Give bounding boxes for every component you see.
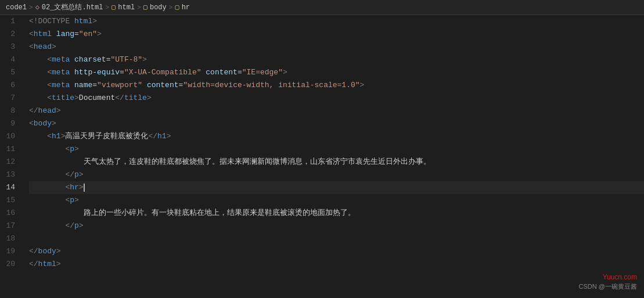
code-line-16: 路上的一些小碎片。有一块鞋底粘在地上，结果原来是鞋底被滚烫的地面加热了。 [29, 207, 644, 220]
breadcrumb-project[interactable]: code1 [6, 3, 27, 12]
breadcrumb: code1 > ◇ 02_文档总结.html > ▢ html > ▢ body… [0, 0, 644, 15]
code-line-7: <title>Document</title> [29, 92, 644, 105]
code-line-14: <hr> [29, 181, 644, 194]
code-line-17: </p> [29, 220, 644, 232]
line-num-4: 4 [0, 53, 20, 66]
line-num-17: 17 [0, 220, 20, 232]
code-line-10: <h1>高温天男子皮鞋底被烫化</h1> [29, 130, 644, 143]
code-line-9: <body> [29, 117, 644, 130]
line-num-6: 6 [0, 79, 20, 92]
watermark: Yuucn.com CSDN @一碗黄豆酱 [579, 273, 637, 291]
code-line-2: <html lang="en"> [29, 28, 644, 41]
line-num-2: 2 [0, 28, 20, 41]
breadcrumb-sep-2: > [105, 4, 109, 11]
breadcrumb-hr[interactable]: hr [182, 3, 190, 12]
line-num-15: 15 [0, 194, 20, 207]
code-line-4: <meta charset="UTF-8"> [29, 53, 644, 66]
line-num-13: 13 [0, 168, 20, 181]
code-line-11: <p> [29, 143, 644, 156]
line-num-19: 19 [0, 245, 20, 258]
line-num-5: 5 [0, 66, 20, 79]
breadcrumb-folder-icon-1: ▢ [111, 3, 116, 12]
breadcrumb-sep-4: > [169, 4, 173, 11]
line-num-1: 1 [0, 15, 20, 28]
breadcrumb-sep-1: > [29, 4, 33, 11]
line-num-11: 11 [0, 143, 20, 156]
line-num-10: 10 [0, 130, 20, 143]
breadcrumb-body[interactable]: body [150, 3, 167, 12]
yuucn-text: Yuucn.com [603, 273, 637, 281]
line-num-20: 20 [0, 258, 20, 271]
breadcrumb-diamond-icon: ◇ [35, 3, 39, 12]
code-line-19: </body> [29, 245, 644, 258]
breadcrumb-folder-icon-3: ▢ [175, 3, 179, 12]
breadcrumb-filename[interactable]: 02_文档总结.html [42, 2, 103, 12]
breadcrumb-sep-3: > [137, 4, 141, 11]
line-num-12: 12 [0, 156, 20, 168]
line-numbers: 1 2 3 4 5 6 7 8 9 10 11 12 13 14 15 16 1… [0, 15, 27, 298]
line-num-14: 14 [0, 181, 20, 194]
code-line-1: <!DOCTYPE html> [29, 15, 644, 28]
line-num-16: 16 [0, 207, 20, 220]
code-line-18 [29, 232, 644, 245]
code-line-13: </p> [29, 168, 644, 181]
code-line-8: </head> [29, 105, 644, 117]
line-num-3: 3 [0, 41, 20, 53]
csdn-credit-text: CSDN @一碗黄豆酱 [579, 282, 637, 291]
line-num-8: 8 [0, 105, 20, 117]
code-line-15: <p> [29, 194, 644, 207]
breadcrumb-html[interactable]: html [118, 3, 135, 12]
breadcrumb-folder-icon-2: ▢ [143, 3, 147, 12]
code-line-3: <head> [29, 41, 644, 53]
code-line-12: 天气太热了，连皮鞋的鞋底都被烧焦了。据未来网澜新闻微博消息，山东省济宁市袁先生近… [29, 156, 644, 168]
code-line-5: <meta http-equiv="X-UA-Compatible" conte… [29, 66, 644, 79]
code-line-6: <meta name="viewport" content="width=dev… [29, 79, 644, 92]
line-num-9: 9 [0, 117, 20, 130]
code-line-20: </html> [29, 258, 644, 271]
line-num-7: 7 [0, 92, 20, 105]
code-editor: 1 2 3 4 5 6 7 8 9 10 11 12 13 14 15 16 1… [0, 15, 644, 298]
line-num-18: 18 [0, 232, 20, 245]
code-content[interactable]: <!DOCTYPE html> <html lang="en"> <head> … [27, 15, 644, 298]
